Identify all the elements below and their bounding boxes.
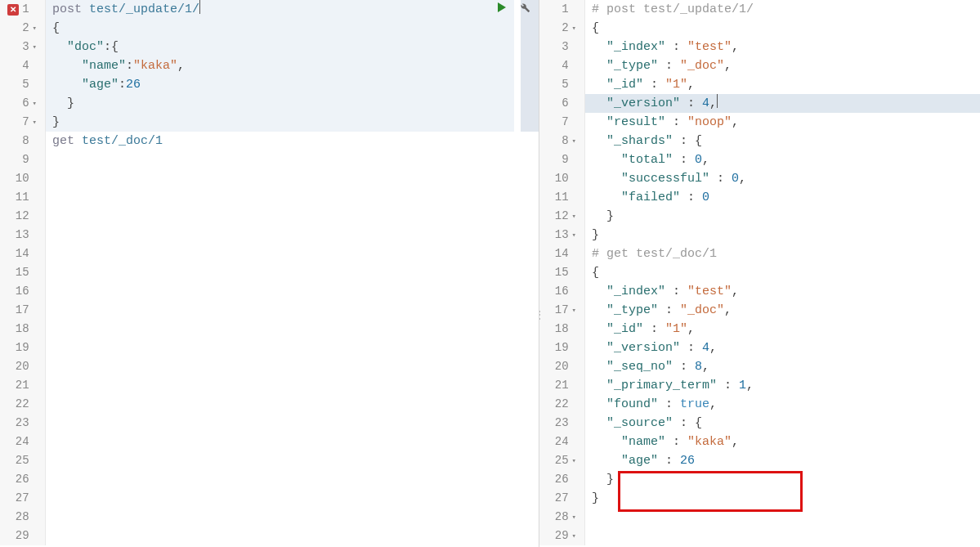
gutter-line: 10▾ [539, 169, 576, 188]
gutter-line: 6▾ [0, 94, 37, 113]
line-number: 21 [16, 376, 29, 395]
right-code-area[interactable]: # post test/_update/1/{ "_index" : "test… [585, 0, 980, 545]
gutter-line: 24▾ [539, 433, 576, 451]
code-line[interactable]: } [592, 470, 980, 489]
gutter-line: 10▾ [0, 169, 37, 188]
code-line[interactable]: # get test/_doc/1 [592, 244, 980, 263]
gutter-line: 29▾ [539, 527, 576, 545]
line-number: 20 [16, 357, 29, 376]
fold-arrow-icon[interactable]: ▾ [572, 302, 576, 321]
code-line[interactable]: } [592, 207, 980, 226]
gutter-line: 24▾ [0, 433, 37, 451]
line-number: 7 [22, 113, 29, 132]
code-line[interactable]: { [52, 19, 539, 38]
gutter-line: 13▾ [539, 226, 576, 244]
gutter-line: 4▾ [0, 56, 37, 75]
code-line[interactable]: } [52, 113, 539, 132]
fold-arrow-icon[interactable]: ▾ [33, 95, 37, 114]
line-number: 18 [16, 320, 29, 339]
gutter-line: ✕1▾ [0, 0, 37, 19]
code-line[interactable]: "_primary_term" : 1, [592, 376, 980, 395]
fold-arrow-icon[interactable]: ▾ [33, 20, 37, 38]
line-number: 24 [16, 433, 29, 451]
code-line[interactable]: "_version" : 4, [592, 94, 980, 113]
line-number: 22 [555, 395, 569, 414]
line-number: 15 [555, 263, 569, 282]
line-number: 9 [562, 150, 568, 169]
gutter-line: 25▾ [539, 451, 576, 470]
gutter-line: 27▾ [0, 489, 37, 508]
code-line[interactable]: post test/_update/1/ [52, 0, 539, 19]
line-number: 10 [16, 169, 29, 188]
gutter-line: 11▾ [539, 188, 576, 207]
line-number: 26 [16, 470, 29, 489]
left-gutter: ✕1▾2▾3▾4▾5▾6▾7▾8▾9▾10▾11▾12▾13▾14▾15▾16▾… [0, 0, 46, 545]
left-code-area[interactable]: post test/_update/1/{ "doc":{ "name":"ka… [46, 0, 539, 545]
code-line[interactable]: "_type" : "_doc", [592, 301, 980, 320]
code-line[interactable]: { [592, 263, 980, 282]
fold-arrow-icon[interactable]: ▾ [572, 208, 576, 226]
gutter-line: 8▾ [539, 132, 576, 150]
svg-marker-0 [498, 2, 506, 12]
code-line[interactable]: } [592, 489, 980, 508]
fold-arrow-icon[interactable]: ▾ [572, 452, 576, 471]
line-number: 25 [555, 451, 569, 470]
line-number: 29 [16, 527, 29, 545]
split-handle-icon[interactable]: ⋮ [539, 314, 544, 317]
code-line[interactable]: "_index" : "test", [592, 38, 980, 56]
code-line[interactable]: get test/_doc/1 [52, 132, 539, 150]
gutter-line: 1▾ [539, 0, 576, 19]
gutter-line: 20▾ [0, 357, 37, 376]
line-number: 10 [555, 169, 569, 188]
fold-arrow-icon[interactable]: ▾ [572, 132, 576, 151]
code-line[interactable]: "found" : true, [592, 395, 980, 414]
gutter-line: 19▾ [0, 339, 37, 357]
line-number: 27 [16, 489, 29, 508]
code-line[interactable]: "age" : 26 [592, 451, 980, 470]
fold-arrow-icon[interactable]: ▾ [572, 527, 576, 546]
gutter-line: 17▾ [0, 301, 37, 320]
code-line[interactable]: "doc":{ [52, 38, 539, 56]
code-line[interactable]: # post test/_update/1/ [592, 0, 980, 19]
code-line[interactable]: "total" : 0, [592, 150, 980, 169]
run-icon[interactable] [496, 2, 508, 13]
code-line[interactable]: "_type" : "_doc", [592, 56, 980, 75]
fold-arrow-icon[interactable]: ▾ [33, 114, 37, 132]
gutter-line: 3▾ [0, 38, 37, 56]
code-line[interactable]: } [592, 226, 980, 244]
line-number: 26 [555, 470, 569, 489]
wrench-icon[interactable] [519, 2, 530, 13]
request-editor[interactable]: ✕1▾2▾3▾4▾5▾6▾7▾8▾9▾10▾11▾12▾13▾14▾15▾16▾… [0, 0, 539, 547]
line-number: 4 [562, 56, 568, 75]
code-line[interactable]: "successful" : 0, [592, 169, 980, 188]
code-line[interactable]: "age":26 [52, 75, 539, 94]
code-line[interactable]: "_seq_no" : 8, [592, 357, 980, 376]
gutter-line: 12▾ [539, 207, 576, 226]
code-line[interactable]: "_shards" : { [592, 132, 980, 150]
code-line[interactable]: "_index" : "test", [592, 282, 980, 301]
code-line[interactable]: "name" : "kaka", [592, 433, 980, 451]
gutter-line: 5▾ [539, 75, 576, 94]
line-number: 16 [555, 282, 569, 301]
gutter-line: 19▾ [539, 339, 576, 357]
line-number: 18 [555, 320, 569, 339]
line-number: 3 [22, 38, 29, 56]
code-line[interactable]: "_source" : { [592, 414, 980, 433]
line-number: 6 [22, 94, 29, 113]
code-line[interactable]: "_id" : "1", [592, 320, 980, 339]
code-line[interactable]: "result" : "noop", [592, 113, 980, 132]
fold-arrow-icon[interactable]: ▾ [572, 509, 576, 527]
gutter-line: 26▾ [0, 470, 37, 489]
fold-arrow-icon[interactable]: ▾ [572, 226, 576, 245]
code-line[interactable]: } [52, 94, 539, 113]
code-line[interactable]: "_version" : 4, [592, 339, 980, 357]
fold-arrow-icon[interactable]: ▾ [572, 20, 576, 38]
code-line[interactable]: "name":"kaka", [52, 56, 539, 75]
code-line[interactable]: "failed" : 0 [592, 188, 980, 207]
right-gutter: 1▾2▾3▾4▾5▾6▾7▾8▾9▾10▾11▾12▾13▾14▾15▾16▾1… [539, 0, 585, 545]
fold-arrow-icon[interactable]: ▾ [33, 38, 37, 57]
response-viewer[interactable]: ⋮ 1▾2▾3▾4▾5▾6▾7▾8▾9▾10▾11▾12▾13▾14▾15▾16… [539, 0, 980, 547]
line-number: 17 [555, 301, 569, 320]
code-line[interactable]: "_id" : "1", [592, 75, 980, 94]
code-line[interactable]: { [592, 19, 980, 38]
